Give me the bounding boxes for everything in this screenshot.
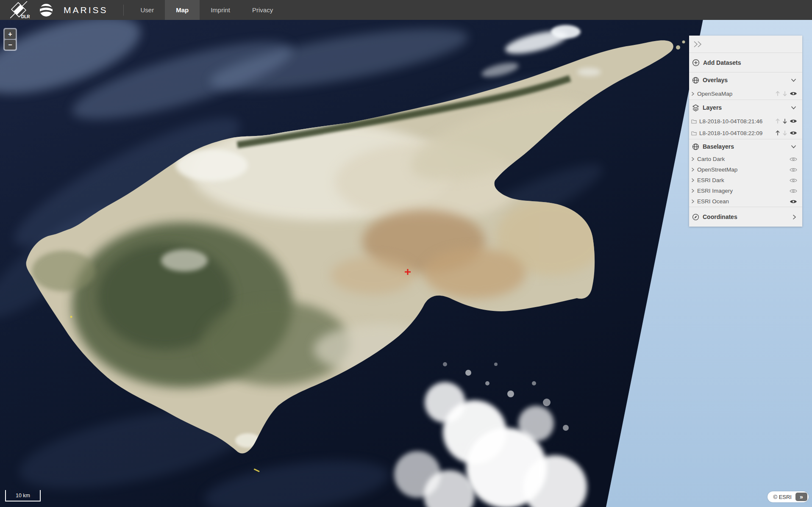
scale-bar: 10 km [5,490,41,501]
row-controls [775,130,797,136]
compass-icon [692,213,699,221]
mariss-app: DLR MARISS UserMapImprintPrivacy + − 10 … [0,0,812,507]
visibility-toggle[interactable] [790,91,797,96]
section-header-layers[interactable]: Layers [689,100,802,115]
section-header-overlays[interactable]: Overlays [689,72,802,88]
row-controls [790,178,797,183]
chevron-down-icon [791,145,796,149]
globe-icon [692,143,699,150]
top-navbar: DLR MARISS UserMapImprintPrivacy [0,0,812,20]
row-controls [790,157,797,162]
section-baselayers: BaselayersCarto DarkOpenStreetMapESRI Da… [689,139,802,207]
layer-label: Carto Dark [697,156,787,162]
visibility-toggle[interactable] [790,157,797,162]
layers-panel: Add Datasets OverlaysOpenSeaMapLayersL8-… [689,36,802,227]
section-overlays: OverlaysOpenSeaMap [689,72,802,100]
move-up-button[interactable] [775,130,780,136]
caret-icon [691,178,695,183]
zoom-control: + − [3,28,17,51]
nav-logos: DLR [0,1,59,19]
caret-icon [691,188,695,193]
zoom-in-button[interactable]: + [5,29,16,39]
panel-collapse-button[interactable] [689,36,802,53]
row-controls [790,199,797,204]
nav-divider [123,5,124,16]
layer-row[interactable]: OpenStreetMap [689,164,802,175]
layer-label: ESRI Ocean [697,198,787,205]
add-datasets-button[interactable]: Add Datasets [689,53,802,72]
move-down-button[interactable] [782,118,787,124]
layer-label: L8-2018-10-04T08:21:46 [699,118,773,125]
round-globe-logo-icon [39,3,53,17]
layer-row[interactable]: OpenSeaMap [689,88,802,100]
collapse-icon [693,41,703,48]
layer-row[interactable]: L8-2018-10-04T08:21:46 [689,115,802,127]
section-layers: LayersL8-2018-10-04T08:21:46L8-2018-10-0… [689,100,802,139]
layer-label: OpenSeaMap [697,91,773,97]
visibility-toggle[interactable] [790,199,797,204]
nav-item-user[interactable]: User [130,0,165,20]
move-down-button [782,130,787,136]
section-header-coordinates[interactable]: Coordinates [689,207,802,227]
layer-label: OpenStreetMap [697,166,787,173]
layers-icon [692,104,699,111]
caret-icon [691,157,695,161]
visibility-toggle[interactable] [790,119,797,124]
caret-icon [691,91,695,96]
move-up-button [775,118,780,124]
layer-label: ESRI Imagery [697,188,787,194]
section-header-baselayers[interactable]: Baselayers [689,139,802,154]
visibility-toggle[interactable] [790,178,797,183]
section-coordinates: Coordinates [689,207,802,227]
app-title: MARISS [64,5,108,15]
add-datasets-label: Add Datasets [703,59,741,66]
panel-sections: OverlaysOpenSeaMapLayersL8-2018-10-04T08… [689,72,802,227]
section-label: Coordinates [703,213,789,220]
row-controls [775,118,797,124]
layer-row[interactable]: Carto Dark [689,154,802,164]
folder-icon [691,131,697,136]
visibility-toggle[interactable] [790,167,797,172]
layer-row[interactable]: ESRI Ocean [689,196,802,207]
nav-item-privacy[interactable]: Privacy [241,0,284,20]
row-controls [790,188,797,194]
zoom-out-button[interactable]: − [5,40,16,50]
visibility-toggle[interactable] [790,188,797,194]
section-label: Baselayers [703,143,787,150]
layer-row[interactable]: ESRI Dark [689,175,802,186]
scale-label: 10 km [16,493,30,499]
add-circle-icon [692,59,700,66]
folder-icon [691,119,697,124]
nav-item-imprint[interactable]: Imprint [200,0,241,20]
layer-row[interactable]: ESRI Imagery [689,186,802,196]
caret-icon [691,199,695,204]
dlr-logo-icon: DLR [10,1,35,19]
globe-icon [692,77,699,84]
attribution-toggle-button[interactable]: » [795,493,807,501]
row-controls [775,91,797,97]
chevron-down-icon [791,106,796,110]
nav-item-map[interactable]: Map [165,0,200,20]
move-down-button [782,91,787,97]
nav-menu: UserMapImprintPrivacy [130,0,284,20]
layer-label: ESRI Dark [697,177,787,183]
attribution-text: © ESRI [773,494,792,500]
move-up-button [775,91,780,97]
svg-text:DLR: DLR [21,14,30,19]
attribution: © ESRI » [768,491,809,502]
row-controls [790,167,797,172]
layer-label: L8-2018-10-04T08:22:09 [699,130,773,136]
visibility-toggle[interactable] [790,130,797,136]
layer-row[interactable]: L8-2018-10-04T08:22:09 [689,127,802,139]
chevron-right-icon [793,214,796,220]
chevron-down-icon [791,78,796,82]
section-label: Overlays [703,77,787,83]
caret-icon [691,167,695,172]
section-label: Layers [703,104,787,111]
